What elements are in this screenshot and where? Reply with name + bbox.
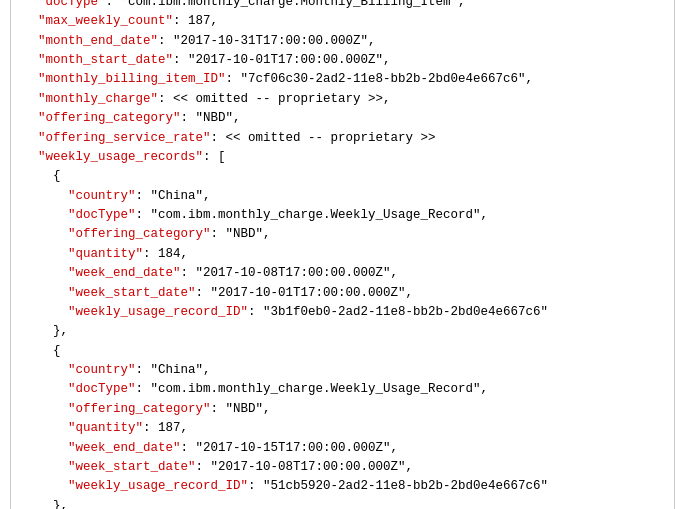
code-line: "docType": "com.ibm.monthly_charge.Month… (23, 0, 662, 12)
code-line: "weekly_usage_record_ID": "51cb5920-2ad2… (23, 477, 662, 496)
code-line: }, (23, 497, 662, 509)
code-line: "max_weekly_count": 187, (23, 12, 662, 31)
code-line: "week_start_date": "2017-10-01T17:00:00.… (23, 284, 662, 303)
code-line: "month_end_date": "2017-10-31T17:00:00.0… (23, 32, 662, 51)
code-line: "offering_category": "NBD", (23, 109, 662, 128)
code-line: "weekly_usage_records": [ (23, 148, 662, 167)
code-line: "monthly_billing_item_ID": "7cf06c30-2ad… (23, 70, 662, 89)
code-line: "weekly_usage_record_ID": "3b1f0eb0-2ad2… (23, 303, 662, 322)
code-line: "week_end_date": "2017-10-08T17:00:00.00… (23, 264, 662, 283)
code-line: "country": "China", (23, 187, 662, 206)
code-line: "monthly_charge": << omitted -- propriet… (23, 90, 662, 109)
code-line: "week_end_date": "2017-10-15T17:00:00.00… (23, 439, 662, 458)
code-line: "week_start_date": "2017-10-08T17:00:00.… (23, 458, 662, 477)
code-line: "offering_category": "NBD", (23, 400, 662, 419)
code-line: "offering_category": "NBD", (23, 225, 662, 244)
code-line: "country": "China", (23, 361, 662, 380)
code-line: "month_start_date": "2017-10-01T17:00:00… (23, 51, 662, 70)
code-line: "quantity": 187, (23, 419, 662, 438)
code-line: }, (23, 322, 662, 341)
code-line: { (23, 167, 662, 186)
code-line: "offering_service_rate": << omitted -- p… (23, 129, 662, 148)
code-line: { (23, 342, 662, 361)
code-line: "docType": "com.ibm.monthly_charge.Weekl… (23, 380, 662, 399)
code-block: { "country": "China", "docType": "com.ib… (10, 0, 675, 509)
code-line: "quantity": 184, (23, 245, 662, 264)
code-line: "docType": "com.ibm.monthly_charge.Weekl… (23, 206, 662, 225)
